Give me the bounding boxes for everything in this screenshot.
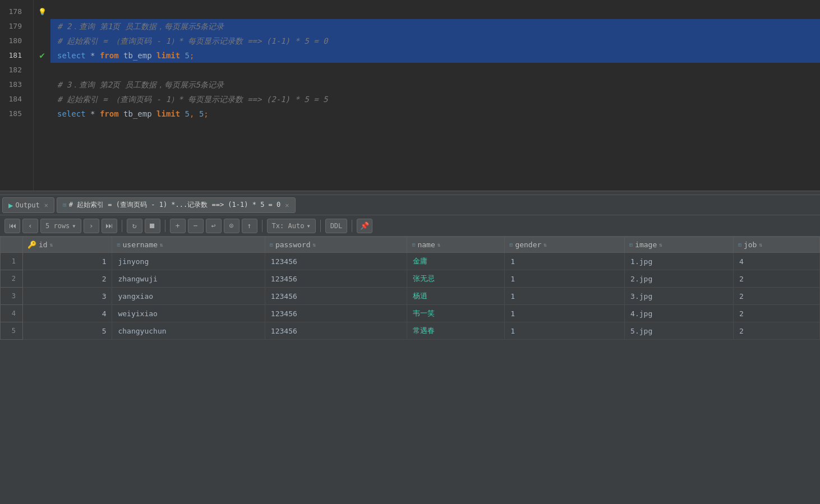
stop-button[interactable]: ⏹: [145, 219, 160, 233]
query-tab-close[interactable]: ✕: [285, 201, 289, 209]
cell-name[interactable]: 张无忌: [407, 270, 505, 288]
job-sort-icon[interactable]: ⇅: [759, 242, 762, 248]
col-name-label: name: [417, 241, 435, 249]
tx-auto-button[interactable]: Tx: Auto ▾: [267, 219, 316, 233]
cell-password[interactable]: 123456: [265, 288, 407, 305]
row-number: 1: [1, 253, 23, 270]
divider-4: [320, 220, 321, 232]
cell-username[interactable]: zhangwuji: [112, 270, 265, 288]
result-grid[interactable]: 🔑 id ⇅ ⊞ username ⇅: [0, 237, 820, 504]
col-header-username[interactable]: ⊞ username ⇅: [112, 237, 265, 253]
row-number-header: [1, 237, 23, 253]
cell-gender[interactable]: 1: [505, 270, 625, 288]
username-grid-icon: ⊞: [117, 242, 120, 248]
go-first-icon: ⏮: [9, 221, 16, 230]
cell-image[interactable]: 4.jpg: [625, 305, 734, 322]
cell-job[interactable]: 2: [733, 305, 819, 322]
cell-name[interactable]: 杨逍: [407, 288, 505, 305]
cell-job[interactable]: 2: [733, 322, 819, 340]
id-pk-icon: 🔑: [27, 241, 36, 249]
table-row[interactable]: 44weiyixiao123456韦一笑14.jpg2: [1, 305, 820, 322]
cell-password[interactable]: 123456: [265, 322, 407, 340]
line-181: 181: [0, 48, 26, 63]
cell-gender[interactable]: 1: [505, 322, 625, 340]
col-header-id[interactable]: 🔑 id ⇅: [23, 237, 112, 253]
col-header-image[interactable]: ⊞ image ⇅: [625, 237, 734, 253]
cell-password[interactable]: 123456: [265, 270, 407, 288]
prev-icon: ‹: [28, 221, 33, 230]
cell-image[interactable]: 1.jpg: [625, 253, 734, 270]
table-row[interactable]: 11jinyong123456金庸11.jpg4: [1, 253, 820, 270]
cell-id[interactable]: 5: [23, 322, 112, 340]
name-grid-icon: ⊞: [412, 242, 415, 248]
row-number: 4: [1, 305, 23, 322]
prev-page-button[interactable]: ‹: [22, 219, 38, 233]
image-grid-icon: ⊞: [629, 242, 633, 248]
gender-sort-icon[interactable]: ⇅: [543, 242, 547, 248]
revert-button[interactable]: ↩: [206, 219, 222, 233]
editor-area: 178 179 180 181 182 183 184 185 💡 ✔ # 2．…: [0, 0, 820, 191]
table-row[interactable]: 55changyuchun123456常遇春15.jpg2: [1, 322, 820, 340]
cell-name[interactable]: 韦一笑: [407, 305, 505, 322]
cell-image[interactable]: 2.jpg: [625, 270, 734, 288]
output-tab-close[interactable]: ✕: [44, 201, 48, 209]
ddl-label: DDL: [330, 222, 343, 230]
gutter-empty-180: [34, 34, 50, 48]
col-header-job[interactable]: ⊞ job ⇅: [733, 237, 819, 253]
image-sort-icon[interactable]: ⇅: [659, 242, 662, 248]
cell-id[interactable]: 4: [23, 305, 112, 322]
cell-gender[interactable]: 1: [505, 288, 625, 305]
cell-job[interactable]: 2: [733, 288, 819, 305]
rows-selector[interactable]: 5 rows ▾: [40, 219, 81, 233]
col-header-gender[interactable]: ⊞ gender ⇅: [505, 237, 625, 253]
add-icon: +: [176, 221, 180, 230]
password-sort-icon[interactable]: ⇅: [313, 242, 316, 248]
add-row-button[interactable]: +: [170, 219, 186, 233]
name-sort-icon[interactable]: ⇅: [437, 242, 441, 248]
go-last-button[interactable]: ⏭: [102, 219, 117, 233]
tab-query[interactable]: ⊞ # 起始索引 = (查询页码 - 1) *...记录数 ==> (1-1) …: [57, 197, 296, 213]
next-page-button[interactable]: ›: [84, 219, 99, 233]
cell-id[interactable]: 3: [23, 288, 112, 305]
line-178: 178: [0, 4, 26, 19]
col-header-password[interactable]: ⊞ password ⇅: [265, 237, 407, 253]
cell-password[interactable]: 123456: [265, 253, 407, 270]
go-first-button[interactable]: ⏮: [4, 219, 20, 233]
reload-button[interactable]: ↻: [127, 219, 142, 233]
gutter-check: ✔: [34, 48, 50, 63]
splitter[interactable]: [0, 191, 820, 195]
cell-username[interactable]: yangxiao: [112, 288, 265, 305]
cell-job[interactable]: 4: [733, 253, 819, 270]
cell-username[interactable]: changyuchun: [112, 322, 265, 340]
tab-output[interactable]: ▶ Output ✕: [2, 197, 54, 213]
cell-gender[interactable]: 1: [505, 305, 625, 322]
find-button[interactable]: ⊙: [224, 219, 239, 233]
cell-job[interactable]: 2: [733, 270, 819, 288]
username-sort-icon[interactable]: ⇅: [160, 242, 163, 248]
cell-id[interactable]: 2: [23, 270, 112, 288]
cell-username[interactable]: jinyong: [112, 253, 265, 270]
password-grid-icon: ⊞: [270, 242, 273, 248]
col-job-label: job: [744, 241, 757, 249]
table-row[interactable]: 33yangxiao123456杨逍13.jpg2: [1, 288, 820, 305]
id-sort-icon[interactable]: ⇅: [50, 242, 53, 248]
cell-gender[interactable]: 1: [505, 253, 625, 270]
code-line-184: # 起始索引 = （查询页码 - 1）* 每页显示记录数 ==> (2-1) *…: [50, 92, 820, 107]
col-password-label: password: [275, 241, 311, 249]
cell-password[interactable]: 123456: [265, 305, 407, 322]
cell-image[interactable]: 3.jpg: [625, 288, 734, 305]
code-line-181: select * from tb_emp limit 5;: [50, 48, 820, 63]
delete-row-button[interactable]: −: [188, 219, 204, 233]
cell-name[interactable]: 常遇春: [407, 322, 505, 340]
col-header-name[interactable]: ⊞ name ⇅: [407, 237, 505, 253]
cell-name[interactable]: 金庸: [407, 253, 505, 270]
table-row[interactable]: 22zhangwuji123456张无忌12.jpg2: [1, 270, 820, 288]
code-line-185: select * from tb_emp limit 5, 5;: [50, 107, 820, 121]
export-button[interactable]: ↑: [242, 219, 257, 233]
cell-id[interactable]: 1: [23, 253, 112, 270]
cell-username[interactable]: weiyixiao: [112, 305, 265, 322]
cell-image[interactable]: 5.jpg: [625, 322, 734, 340]
ddl-button[interactable]: DDL: [325, 219, 348, 233]
pin-button[interactable]: 📌: [357, 219, 372, 233]
code-editor[interactable]: # 2．查询 第1页 员工数据，每页展示5条记录 # 起始索引 = （查询页码 …: [50, 0, 820, 191]
